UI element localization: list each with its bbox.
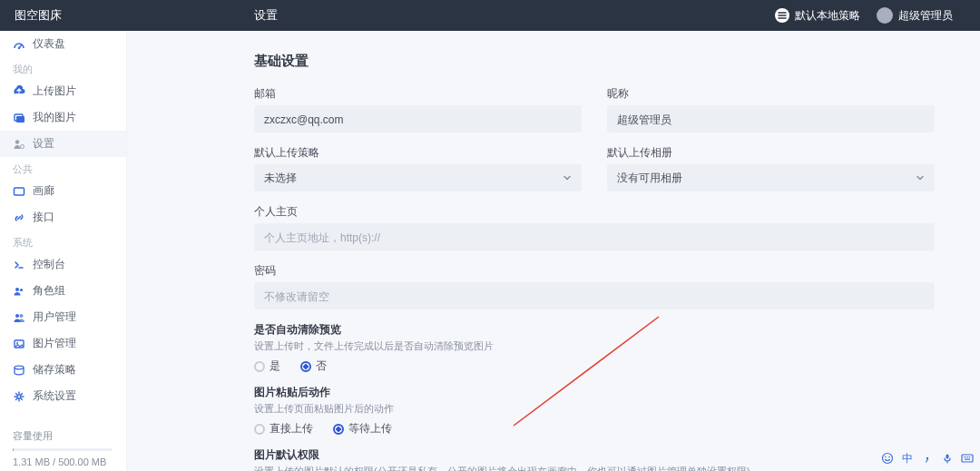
radio-dot-icon <box>254 424 265 435</box>
sidebar-item-label: 用户管理 <box>33 309 76 325</box>
sidebar-section-public: 公共 <box>0 157 126 178</box>
sidebar-item-image-mgmt[interactable]: 图片管理 <box>0 330 126 357</box>
ime-status-icon <box>880 451 895 466</box>
list-icon <box>775 8 789 23</box>
upload-icon <box>13 85 25 98</box>
svg-rect-20 <box>962 455 973 462</box>
gauge-icon <box>13 38 25 51</box>
disk-icon <box>13 364 25 377</box>
radio-dot-icon <box>254 361 265 372</box>
link-icon <box>13 211 25 224</box>
sidebar-item-roles[interactable]: 角色组 <box>0 278 126 304</box>
image-icon <box>13 338 25 350</box>
user-pill[interactable]: 超级管理员 <box>877 7 953 24</box>
paste-direct[interactable]: 直接上传 <box>254 421 313 437</box>
ime-mic-icon <box>940 451 955 466</box>
sidebar-item-sys-settings[interactable]: 系统设置 <box>0 383 126 409</box>
brand: 图空图床 <box>0 7 127 24</box>
window-icon <box>13 185 25 198</box>
radio-label: 否 <box>316 358 327 374</box>
chevron-down-icon <box>563 173 572 182</box>
autoclear-title: 是否自动清除预览 <box>254 322 935 338</box>
main: 基础设置 邮箱 zxczxc@qq.com 昵称 超级管理员 默认上传策略 未选… <box>127 31 980 471</box>
svg-rect-24 <box>969 456 970 457</box>
album-value: 没有可用相册 <box>617 164 682 191</box>
sidebar-item-gallery[interactable]: 画廊 <box>0 178 126 204</box>
sidebar-item-settings[interactable]: 设置 <box>0 131 126 157</box>
svg-point-6 <box>15 288 19 291</box>
sidebar-item-upload[interactable]: 上传图片 <box>0 78 126 104</box>
paste-desc: 设置上传页面粘贴图片后的动作 <box>254 402 935 416</box>
autoclear-no[interactable]: 否 <box>300 358 327 374</box>
svg-rect-21 <box>964 456 965 457</box>
svg-point-3 <box>15 140 19 143</box>
panel-title: 基础设置 <box>254 53 935 70</box>
sidebar-item-user-mgmt[interactable]: 用户管理 <box>0 304 126 330</box>
sidebar-item-label: 接口 <box>33 210 54 225</box>
page-title: 设置 <box>127 7 775 24</box>
ime-bar[interactable]: 中 <box>880 451 975 466</box>
sidebar-item-label: 画廊 <box>33 183 54 199</box>
avatar <box>877 7 893 24</box>
people-icon <box>13 311 25 324</box>
ime-punct-icon <box>920 451 935 466</box>
perm-desc: 设置上传的图片默认的权限(公开还是私有，公开的图片将会出现在画廊中，你也可以通过… <box>254 465 935 471</box>
capacity-text: 1.31 MB / 500.00 MB <box>13 456 113 467</box>
album-select[interactable]: 没有可用相册 <box>607 164 935 191</box>
strategy-pill[interactable]: 默认本地策略 <box>775 8 860 24</box>
terminal-icon <box>13 259 25 271</box>
sidebar-section-system: 系统 <box>0 231 126 251</box>
svg-rect-25 <box>965 459 970 460</box>
password-label: 密码 <box>254 263 935 279</box>
ime-keyboard-icon <box>960 451 975 466</box>
svg-point-12 <box>15 366 24 369</box>
homepage-input[interactable]: 个人主页地址，http(s):// <box>254 223 935 250</box>
sidebar-item-console[interactable]: 控制台 <box>0 251 126 278</box>
radio-dot-icon <box>333 424 344 435</box>
svg-rect-2 <box>16 116 24 123</box>
strategy-label: 默认本地策略 <box>795 8 860 24</box>
email-label: 邮箱 <box>254 86 582 102</box>
autoclear-yes[interactable]: 是 <box>254 358 280 374</box>
sidebar-item-label: 储存策略 <box>33 362 76 378</box>
radio-label: 等待上传 <box>348 421 392 437</box>
email-input[interactable]: zxczxc@qq.com <box>254 105 582 132</box>
sidebar-item-label: 角色组 <box>33 283 65 299</box>
paste-title: 图片粘贴后动作 <box>254 385 935 400</box>
capacity-progress <box>13 448 113 451</box>
sidebar-item-label: 系统设置 <box>33 388 76 404</box>
sidebar-item-my-images[interactable]: 我的图片 <box>0 104 126 131</box>
svg-rect-23 <box>967 456 968 457</box>
svg-point-7 <box>20 288 23 290</box>
strategy-select[interactable]: 未选择 <box>254 164 582 191</box>
svg-point-13 <box>17 395 21 398</box>
strategy-label: 默认上传策略 <box>254 145 582 161</box>
svg-point-17 <box>888 456 890 458</box>
svg-point-11 <box>16 342 18 344</box>
sidebar: 仪表盘 我的 上传图片 我的图片 设置 公共 画廊 <box>0 31 127 471</box>
perm-title: 图片默认权限 <box>254 447 935 463</box>
sidebar-item-label: 设置 <box>33 136 54 152</box>
sidebar-item-label: 仪表盘 <box>33 36 65 52</box>
sidebar-item-label: 我的图片 <box>33 110 76 125</box>
capacity-label: 容量使用 <box>13 429 113 443</box>
svg-rect-22 <box>965 456 966 457</box>
homepage-label: 个人主页 <box>254 204 935 220</box>
svg-point-9 <box>20 314 24 318</box>
svg-point-8 <box>15 314 19 318</box>
password-input[interactable]: 不修改请留空 <box>254 282 935 309</box>
autoclear-desc: 设置上传时，文件上传完成以后是否自动清除预览图片 <box>254 339 935 353</box>
images-icon <box>13 112 25 124</box>
sidebar-item-storage[interactable]: 储存策略 <box>0 357 126 383</box>
svg-point-15 <box>883 454 893 464</box>
svg-point-4 <box>21 144 24 148</box>
users-icon <box>13 285 25 298</box>
svg-rect-19 <box>946 455 949 459</box>
paste-wait[interactable]: 等待上传 <box>333 421 392 437</box>
sidebar-item-api[interactable]: 接口 <box>0 204 126 231</box>
sidebar-item-dashboard[interactable]: 仪表盘 <box>0 31 126 57</box>
chevron-down-icon <box>916 173 925 182</box>
sidebar-section-my: 我的 <box>0 57 126 78</box>
nickname-input[interactable]: 超级管理员 <box>607 105 935 132</box>
radio-dot-icon <box>300 361 311 372</box>
